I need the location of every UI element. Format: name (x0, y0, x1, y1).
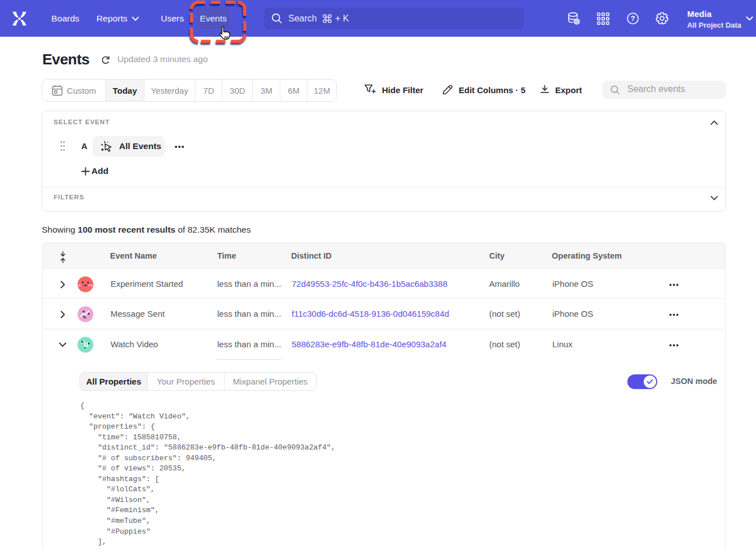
svg-text:?: ? (631, 14, 635, 23)
